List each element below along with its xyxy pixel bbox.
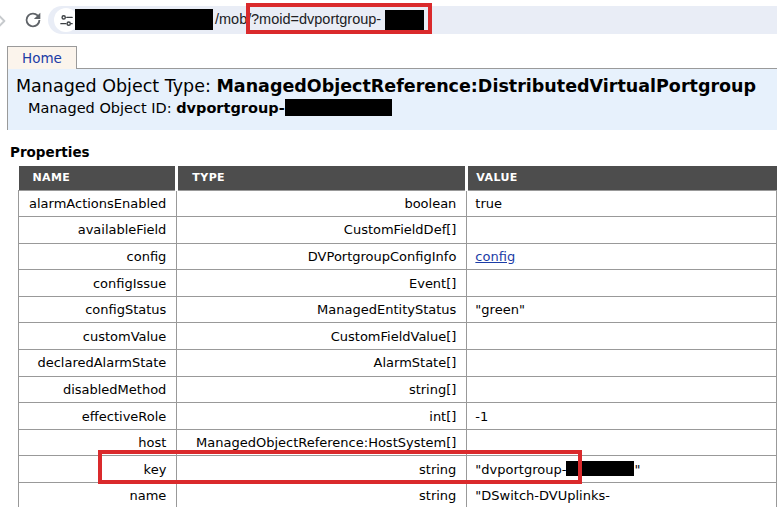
prop-value: "dvportgroup-" <box>467 456 777 483</box>
key-value-prefix: "dvportgroup- <box>475 462 566 477</box>
mob-page: /mob/ ?moid=dvportgroup- Home Managed Ob… <box>0 0 777 507</box>
config-link[interactable]: config <box>475 249 515 264</box>
prop-value <box>467 376 777 403</box>
prop-type: ManagedObjectReference:HostSystem[] <box>177 429 467 456</box>
managed-object-id-label: Managed Object ID: <box>28 100 176 116</box>
table-row: declaredAlarmState AlarmState[] <box>19 350 777 377</box>
properties-heading: Properties <box>10 144 90 160</box>
redacted-object-id <box>285 99 392 116</box>
browser-toolbar: /mob/ ?moid=dvportgroup- <box>0 0 777 42</box>
prop-value: "DSwitch-DVUplinks- <box>467 483 777 507</box>
forward-icon[interactable] <box>0 11 11 31</box>
table-row: disabledMethod string[] <box>19 376 777 403</box>
table-row: availableField CustomFieldDef[] <box>19 217 777 244</box>
prop-name: configStatus <box>19 296 177 323</box>
prop-value: config <box>467 243 777 270</box>
url-query: ?moid=dvportgroup- <box>251 11 381 27</box>
prop-type: Event[] <box>177 270 467 297</box>
object-header-panel: Managed Object Type: ManagedObjectRefere… <box>7 68 777 130</box>
col-header-name: NAME <box>19 166 177 190</box>
prop-type: boolean <box>177 190 467 217</box>
prop-value <box>467 217 777 244</box>
table-row: configIssue Event[] <box>19 270 777 297</box>
prop-value <box>467 429 777 456</box>
prop-value: -1 <box>467 403 777 430</box>
prop-type: string <box>177 483 467 507</box>
managed-object-type-label: Managed Object Type: <box>16 76 216 96</box>
prop-name: alarmActionsEnabled <box>19 190 177 217</box>
redacted-moid <box>385 10 424 30</box>
prop-name: name <box>19 483 177 507</box>
table-row: configStatus ManagedEntityStatus "green" <box>19 296 777 323</box>
managed-object-id: Managed Object ID: dvportgroup- <box>28 99 777 116</box>
prop-name: declaredAlarmState <box>19 350 177 377</box>
managed-object-id-value: dvportgroup- <box>176 100 284 116</box>
prop-name: configIssue <box>19 270 177 297</box>
address-bar[interactable]: /mob/ ?moid=dvportgroup- <box>48 6 777 34</box>
col-header-value: VALUE <box>467 166 777 190</box>
table-row: customValue CustomFieldValue[] <box>19 323 777 350</box>
prop-value: true <box>467 190 777 217</box>
properties-table: NAME TYPE VALUE alarmActionsEnabled bool… <box>18 166 777 507</box>
prop-type: DVPortgroupConfigInfo <box>177 243 467 270</box>
prop-type: string <box>177 456 467 483</box>
url-path: /mob/ <box>215 11 251 27</box>
prop-name: disabledMethod <box>19 376 177 403</box>
prop-value: "green" <box>467 296 777 323</box>
table-row-key: key string "dvportgroup-" <box>19 456 777 483</box>
tab-home[interactable]: Home <box>7 46 77 69</box>
prop-name: availableField <box>19 217 177 244</box>
table-row: host ManagedObjectReference:HostSystem[] <box>19 429 777 456</box>
prop-type: CustomFieldDef[] <box>177 217 467 244</box>
prop-value <box>467 270 777 297</box>
prop-name: host <box>19 429 177 456</box>
prop-value <box>467 323 777 350</box>
prop-type: CustomFieldValue[] <box>177 323 467 350</box>
table-row: config DVPortgroupConfigInfo config <box>19 243 777 270</box>
reload-icon[interactable] <box>22 9 44 31</box>
table-header-row: NAME TYPE VALUE <box>19 166 777 190</box>
key-value-suffix: " <box>634 462 640 477</box>
table-row: effectiveRole int[] -1 <box>19 403 777 430</box>
prop-type: string[] <box>177 376 467 403</box>
managed-object-type: Managed Object Type: ManagedObjectRefere… <box>16 76 777 96</box>
prop-name: config <box>19 243 177 270</box>
prop-type: AlarmState[] <box>177 350 467 377</box>
table-row: alarmActionsEnabled boolean true <box>19 190 777 217</box>
prop-name: effectiveRole <box>19 403 177 430</box>
prop-value <box>467 350 777 377</box>
prop-name: customValue <box>19 323 177 350</box>
redacted-hostname <box>75 9 213 30</box>
table-row: name string "DSwitch-DVUplinks- <box>19 483 777 507</box>
prop-type: int[] <box>177 403 467 430</box>
prop-type: ManagedEntityStatus <box>177 296 467 323</box>
managed-object-type-value: ManagedObjectReference:DistributedVirtua… <box>216 76 756 96</box>
prop-name: key <box>19 456 177 483</box>
redacted-key-value <box>566 461 634 476</box>
col-header-type: TYPE <box>177 166 467 190</box>
